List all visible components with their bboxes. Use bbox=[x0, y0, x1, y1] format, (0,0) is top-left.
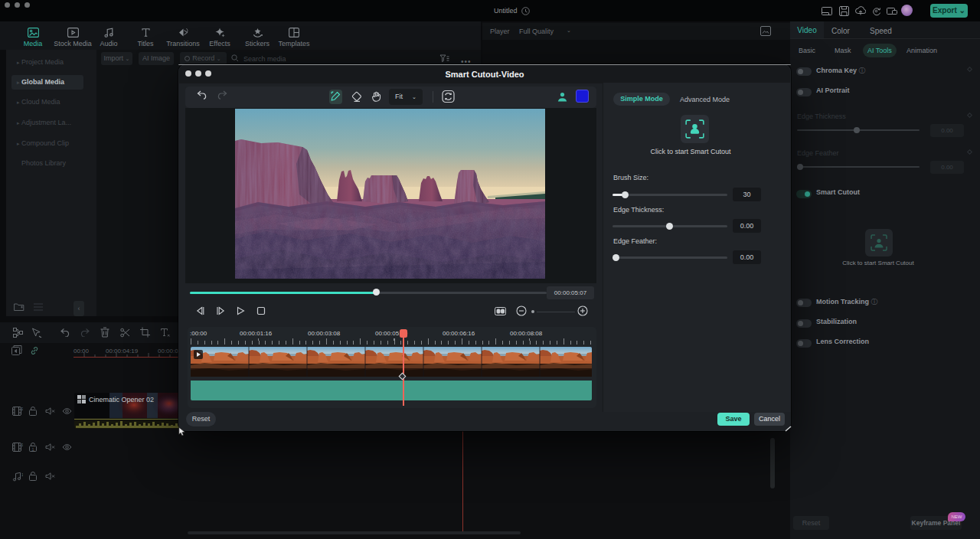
svg-text:1: 1 bbox=[21, 443, 23, 447]
svg-text:1: 1 bbox=[21, 472, 23, 477]
svg-text:1: 1 bbox=[32, 447, 34, 452]
svg-text:2: 2 bbox=[21, 407, 23, 411]
